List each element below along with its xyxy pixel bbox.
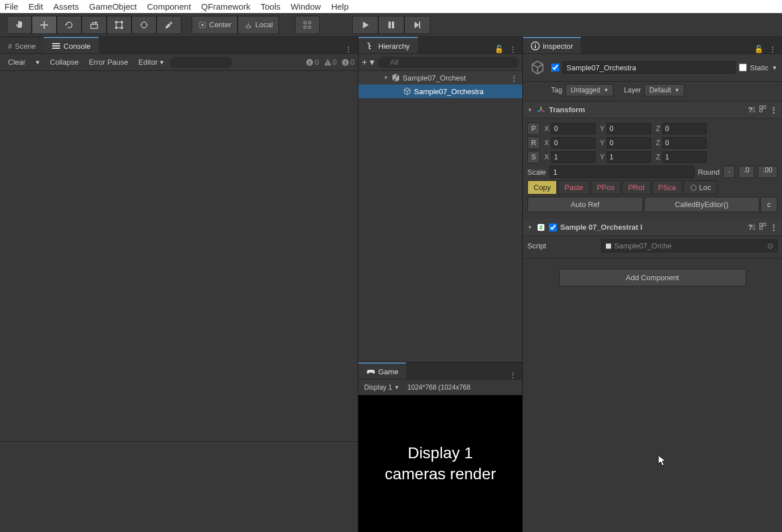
tab-inspector[interactable]: Inspector [523, 37, 581, 53]
context-menu-icon[interactable]: ⋮ [770, 223, 777, 231]
create-dropdown[interactable]: + ▾ [362, 57, 374, 67]
transform-tool[interactable] [132, 16, 157, 34]
scale-x-input[interactable] [551, 151, 595, 163]
static-checkbox[interactable] [739, 64, 747, 71]
rot-x-input[interactable] [551, 137, 595, 149]
console-search[interactable] [170, 57, 232, 68]
error-pause-button[interactable]: Error Pause [84, 56, 133, 69]
target-icon[interactable]: ⊙ [767, 242, 773, 250]
foldout-icon[interactable]: ▼ [527, 107, 533, 113]
panel-menu-icon[interactable]: ⋮ [339, 45, 358, 53]
add-component-button[interactable]: Add Component [559, 269, 746, 286]
lock-icon[interactable]: 🔓 [494, 45, 504, 53]
panel-menu-icon[interactable]: ⋮ [509, 45, 517, 53]
clear-dropdown[interactable]: ▾ [31, 56, 44, 69]
round-dot-button[interactable]: . [723, 166, 735, 178]
info-count[interactable]: !0 [306, 58, 319, 66]
clear-button[interactable]: Clear [3, 56, 30, 69]
round-label: Round [698, 168, 720, 176]
error-count[interactable]: !0 [341, 58, 354, 66]
preset-icon[interactable] [759, 105, 767, 115]
autoref-button[interactable]: Auto Ref [527, 197, 643, 212]
hand-tool[interactable] [7, 16, 32, 34]
panel-menu-icon[interactable]: ⋮ [504, 370, 522, 379]
menu-component[interactable]: Component [147, 2, 191, 11]
rot-y-input[interactable] [607, 137, 651, 149]
gameobject-row[interactable]: Sample07_Orchestra [358, 85, 522, 98]
pos-x-input[interactable] [551, 123, 595, 134]
menu-tools[interactable]: Tools [261, 2, 281, 11]
menu-help[interactable]: Help [331, 2, 349, 11]
panel-menu-icon[interactable]: ⋮ [769, 45, 776, 53]
scene-row[interactable]: ▼ Sample07_Orchest ⋮ [358, 71, 522, 85]
rotate-tool[interactable] [57, 16, 82, 34]
tab-game[interactable]: Game [358, 362, 406, 379]
round-00-button[interactable]: .00 [758, 166, 777, 178]
scale-tool[interactable] [82, 16, 107, 34]
svg-rect-11 [419, 22, 420, 28]
lock-icon[interactable]: 🔓 [754, 45, 763, 53]
menu-file[interactable]: File [5, 2, 18, 11]
tab-hierarchy[interactable]: Hierarchy [358, 37, 418, 53]
scale-y-input[interactable] [607, 151, 651, 163]
foldout-icon[interactable]: ▼ [527, 225, 533, 230]
local-global-toggle[interactable]: Local [238, 16, 279, 34]
custom-tool[interactable] [157, 16, 181, 34]
paste-button[interactable]: Paste [558, 180, 589, 195]
play-button[interactable] [352, 16, 378, 34]
resolution-dropdown[interactable]: 1024*768 (1024x768 [405, 382, 472, 392]
name-field[interactable]: Sample07_Orchestra [563, 61, 735, 74]
component-enabled-checkbox[interactable] [549, 223, 557, 231]
collapse-button[interactable]: Collapse [45, 56, 83, 69]
menu-assets[interactable]: Assets [53, 2, 79, 11]
scene-menu-icon[interactable]: ⋮ [510, 74, 522, 82]
ppos-button[interactable]: PPos [591, 180, 621, 195]
console-log-area[interactable] [0, 71, 358, 441]
menu-window[interactable]: Window [291, 2, 321, 11]
context-menu-icon[interactable]: ⋮ [770, 105, 777, 114]
pivot-center-toggle[interactable]: Center [192, 16, 238, 34]
copy-button[interactable]: Copy [527, 180, 557, 195]
console-toolbar: Clear ▾ Collapse Error Pause Editor ▾ !0… [0, 54, 358, 71]
hierarchy-search[interactable] [378, 57, 519, 68]
layer-dropdown[interactable]: Default ▼ [644, 84, 684, 96]
calledbyeditor-button[interactable]: CalledByEditor() [644, 197, 760, 212]
gameobject-icon[interactable] [527, 57, 548, 78]
scale-z-input[interactable] [662, 151, 707, 163]
menu-qframework[interactable]: QFramework [201, 2, 251, 11]
tab-console[interactable]: Console [44, 37, 99, 53]
pause-button[interactable] [378, 16, 404, 34]
pos-z-input[interactable] [662, 123, 707, 134]
help-icon[interactable]: ?⃝ [748, 223, 755, 231]
script-component-header[interactable]: ▼ # Sample 07_Orchestrat I ?⃝ ⋮ [523, 219, 782, 236]
menu-edit[interactable]: Edit [28, 2, 43, 11]
editor-dropdown[interactable]: Editor ▾ [134, 56, 168, 69]
warn-count[interactable]: !0 [324, 58, 337, 66]
round-0-button[interactable]: .0 [738, 166, 754, 178]
pos-y-input[interactable] [607, 123, 651, 134]
snap-toggle[interactable] [295, 16, 320, 34]
static-dropdown[interactable]: ▼ [772, 65, 777, 71]
rect-tool[interactable] [107, 16, 132, 34]
tag-dropdown[interactable]: Untagged ▼ [565, 84, 614, 96]
menu-gameobject[interactable]: GameObject [89, 2, 137, 11]
scale-uniform-input[interactable] [549, 166, 695, 178]
tab-scene[interactable]: #Scene [0, 37, 44, 53]
script-reference-field[interactable]: Sample07_Orche ⊙ [601, 239, 777, 252]
gameobject-header: Sample07_Orchestra Static ▼ [523, 54, 782, 82]
active-checkbox[interactable] [551, 64, 559, 71]
console-detail-area[interactable] [0, 441, 358, 532]
rot-z-input[interactable] [662, 137, 707, 149]
move-tool[interactable] [32, 16, 57, 34]
display-dropdown[interactable]: Display 1 ▼ [362, 382, 401, 392]
psca-button[interactable]: PSca [652, 180, 682, 195]
transform-header[interactable]: ▼ Transform ?⃝ ⋮ [523, 102, 782, 119]
prot-button[interactable]: PRot [622, 180, 651, 195]
hierarchy-tree[interactable]: ▼ Sample07_Orchest ⋮ Sample07_Orchestra [358, 71, 522, 362]
c-button[interactable]: c [760, 197, 777, 212]
foldout-icon[interactable]: ▼ [383, 75, 389, 81]
help-icon[interactable]: ?⃝ [748, 105, 755, 114]
preset-icon[interactable] [759, 222, 767, 232]
step-button[interactable] [404, 16, 430, 34]
loc-button[interactable]: Loc [683, 180, 717, 195]
